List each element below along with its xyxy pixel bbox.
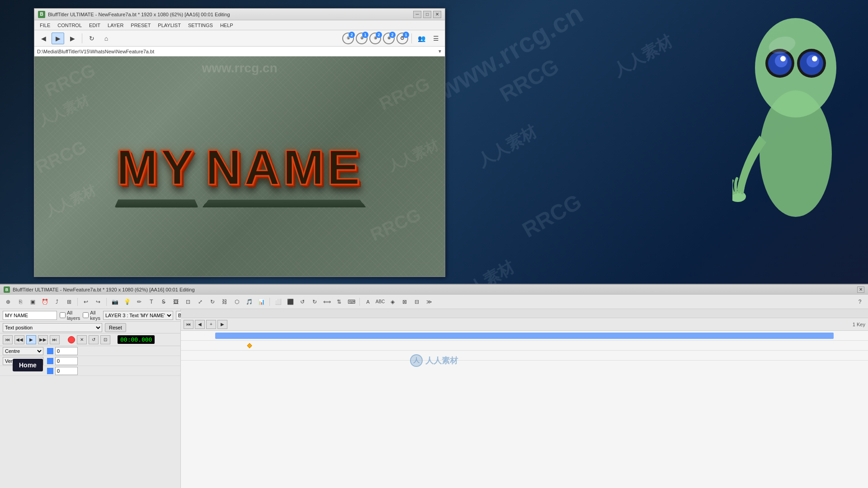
more-btn3[interactable]: ≫	[424, 297, 434, 307]
timeline-skip-start[interactable]: ⏮	[184, 320, 193, 329]
rotate-button[interactable]: ↻	[207, 297, 218, 307]
toolbar-right-section: ① 2 ② 1 ③ 2 ④ 2	[342, 33, 442, 44]
timer-button[interactable]: ⏰	[39, 297, 50, 307]
refresh-button[interactable]: ↻	[85, 33, 98, 44]
align-center-button[interactable]: ⬛	[285, 297, 296, 307]
all-keys-checkbox[interactable]	[83, 312, 89, 318]
flip-h-button[interactable]: ⟺	[321, 297, 332, 307]
light-button[interactable]: 💡	[122, 297, 132, 307]
keyframe-1[interactable]	[247, 343, 252, 348]
audio-button[interactable]: 🎵	[244, 297, 255, 307]
symbol-btn[interactable]: ◈	[387, 297, 398, 307]
stop-button[interactable]: ✕	[77, 335, 87, 344]
text-tool-button[interactable]: T	[146, 297, 157, 307]
play-transport-button[interactable]: ▶	[26, 335, 36, 344]
users-button[interactable]: 👥	[415, 33, 428, 44]
font-btn[interactable]: A	[363, 297, 373, 307]
menu-control[interactable]: CONTROL	[54, 22, 85, 29]
record-button[interactable]	[68, 336, 75, 343]
rotate-ccw-button[interactable]: ↺	[297, 297, 308, 307]
param-value-2[interactable]	[55, 357, 78, 365]
btool-sep-1	[77, 298, 78, 306]
prev-frame-button[interactable]: ◀◀	[14, 335, 24, 344]
all-layers-checkbox[interactable]	[60, 312, 66, 318]
skip-end-button[interactable]: ⏭	[50, 335, 60, 344]
camera-button[interactable]: 📷	[109, 297, 120, 307]
layer-name-input[interactable]	[3, 311, 57, 320]
transform-button[interactable]: ⊡	[183, 297, 193, 307]
home-button[interactable]: ⌂	[100, 33, 113, 44]
address-dropdown-arrow[interactable]: ▼	[438, 49, 442, 54]
badge-circle-5[interactable]: ⏱ 1	[396, 33, 408, 44]
add-layer-button[interactable]: ⊕	[3, 297, 14, 307]
all-layers-checkbox-label[interactable]: All layers	[60, 310, 80, 321]
badge-circle-1[interactable]: ① 2	[342, 33, 354, 44]
timeline-prev[interactable]: ◀	[195, 320, 205, 329]
all-keys-checkbox-label[interactable]: All keys	[83, 310, 100, 321]
menu-bar: FILE CONTROL EDIT LAYER PRESET PLAYLIST …	[34, 20, 445, 30]
timeline-next[interactable]: ▶	[217, 320, 227, 329]
strikethrough-button[interactable]: S̶	[158, 297, 169, 307]
window-controls: ─ □ ✕	[413, 11, 441, 18]
menu-layer[interactable]: LAYER	[104, 22, 127, 29]
grid-button[interactable]: ⊞	[64, 297, 75, 307]
image-button[interactable]: 🖼	[170, 297, 181, 307]
layer-options-button[interactable]: ▣	[27, 297, 38, 307]
align-left-button[interactable]: ⬜	[273, 297, 283, 307]
minimize-button[interactable]: ─	[413, 11, 421, 18]
badge-circle-3[interactable]: ③ 2	[369, 33, 381, 44]
scale-button[interactable]: ⤢	[195, 297, 206, 307]
key-button-transport[interactable]: ⊡	[100, 335, 110, 344]
more-btn2[interactable]: ⊟	[411, 297, 422, 307]
text-name: NAME	[206, 138, 363, 195]
param-value-1[interactable]	[55, 347, 78, 355]
menu-preset[interactable]: PRESET	[127, 22, 154, 29]
more-btn1[interactable]: ⊠	[399, 297, 410, 307]
svg-point-2	[765, 49, 794, 78]
play-button[interactable]: ▶	[52, 33, 64, 44]
badge-5: ⏱ 1	[396, 33, 408, 44]
svg-point-5	[800, 52, 823, 75]
help-button[interactable]: ?	[854, 297, 865, 307]
menu-help[interactable]: HELP	[217, 22, 237, 29]
align-dropdown[interactable]: Centre	[3, 347, 43, 355]
maximize-button[interactable]: □	[423, 11, 431, 18]
rotate-cw-button[interactable]: ↻	[309, 297, 320, 307]
badge-circle-4[interactable]: ④ 2	[383, 33, 395, 44]
address-input[interactable]	[37, 49, 438, 54]
abc-btn[interactable]: ABC	[375, 297, 386, 307]
timeline-track-2[interactable]	[181, 341, 868, 351]
menu-button[interactable]: ☰	[429, 33, 442, 44]
redo-button[interactable]: ↪	[93, 297, 104, 307]
link-button[interactable]: ⛓	[219, 297, 230, 307]
undo-button[interactable]: ↩	[80, 297, 91, 307]
badge-circle-2[interactable]: ② 1	[356, 33, 368, 44]
chart-button[interactable]: 📊	[256, 297, 267, 307]
flip-v-button[interactable]: ⇅	[334, 297, 344, 307]
timeline-add[interactable]: +	[206, 320, 216, 329]
param-value-3[interactable]	[55, 367, 78, 375]
menu-edit[interactable]: EDIT	[85, 22, 104, 29]
copy-layer-button[interactable]: ⎘	[15, 297, 26, 307]
menu-settings[interactable]: SETTINGS	[184, 22, 217, 29]
timeline-track-3[interactable]	[181, 351, 868, 361]
layer-dropdown[interactable]: LAYER 3 : Text 'MY NAME'	[103, 311, 173, 320]
forward-button[interactable]: ▶	[66, 33, 79, 44]
close-button[interactable]: ✕	[433, 11, 441, 18]
timeline-track-1[interactable]	[181, 331, 868, 341]
svg-point-7	[807, 55, 819, 67]
next-frame-button[interactable]: ▶▶	[38, 335, 48, 344]
back-button[interactable]: ◀	[37, 33, 50, 44]
pen-button[interactable]: ✏	[134, 297, 145, 307]
menu-playlist[interactable]: PLAYLIST	[154, 22, 184, 29]
menu-file[interactable]: FILE	[36, 22, 54, 29]
bottom-close-button[interactable]: ✕	[857, 286, 864, 293]
text-my: MY	[117, 138, 197, 195]
node-button[interactable]: ⬡	[231, 297, 242, 307]
property-dropdown[interactable]: Text position	[3, 323, 102, 332]
reset-button[interactable]: Reset	[105, 323, 126, 332]
loop-button[interactable]: ↺	[89, 335, 99, 344]
key-button[interactable]: ⌨	[346, 297, 357, 307]
skip-start-button[interactable]: ⏮	[3, 335, 13, 344]
export-button[interactable]: ⤴	[52, 297, 62, 307]
